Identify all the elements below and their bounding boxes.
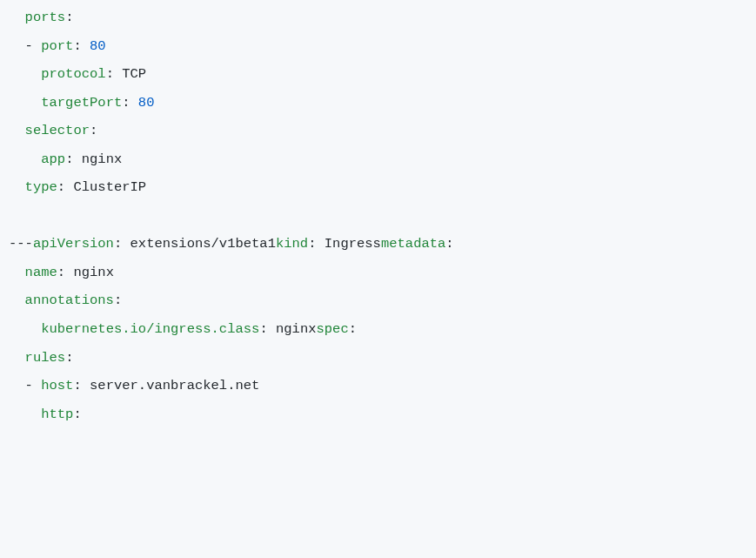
- code-line: annotations:: [9, 292, 122, 308]
- blank-line: [9, 208, 17, 224]
- code-line: selector:: [9, 123, 97, 138]
- code-line: name: nginx: [9, 265, 114, 280]
- code-line: - port: 80: [9, 38, 106, 54]
- code-line: ---apiVersion: extensions/v1beta1kind: I…: [9, 236, 454, 252]
- code-line: type: ClusterIP: [9, 179, 146, 195]
- code-line: app: nginx: [9, 151, 122, 167]
- code-line: protocol: TCP: [9, 66, 146, 82]
- code-line: - host: server.vanbrackel.net: [9, 378, 259, 393]
- code-block: ports: - port: 80 protocol: TCP targetPo…: [0, 0, 756, 428]
- code-line: ports:: [9, 10, 73, 25]
- code-line: kubernetes.io/ingress.class: nginxspec:: [9, 321, 357, 337]
- code-line: http:: [9, 407, 82, 422]
- code-line: targetPort: 80: [9, 95, 154, 111]
- code-line: rules:: [9, 350, 73, 366]
